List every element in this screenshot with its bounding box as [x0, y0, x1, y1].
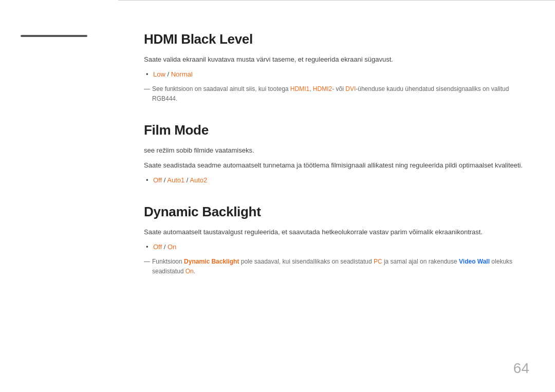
note-dynamic: Funktsioon Dynamic Backlight pole saadav…	[144, 257, 524, 276]
note-dynamic-text-2: pole saadaval, kui sisendallikaks on sea…	[239, 258, 374, 265]
bullet-list-film: Off / Auto1 / Auto2	[144, 175, 524, 186]
note-pc: PC	[374, 258, 382, 265]
note-dynamic-text-5: .	[194, 268, 195, 275]
bullet-sep3: /	[184, 176, 190, 184]
note-hdmi: See funktsioon on saadaval ainult siis, …	[144, 84, 524, 104]
bullet-list-hdmi: Low / Normal	[144, 69, 524, 80]
section-desc-hdmi: Saate valida ekraanil kuvatava musta vär…	[144, 54, 524, 65]
note-text-2: ,	[309, 85, 313, 92]
bullet-on-dynamic: On	[168, 243, 176, 251]
note-text-3: - või	[332, 85, 345, 92]
section-desc-dynamic: Saate automaatselt taustavalgust regulee…	[144, 227, 524, 238]
bullet-off-film: Off	[153, 176, 162, 184]
page-container: HDMI Black Level Saate valida ekraanil k…	[0, 0, 555, 392]
bullet-item-dynamic: Off / On	[144, 242, 524, 253]
section-film-mode: Film Mode see režiim sobib filmide vaata…	[144, 122, 524, 185]
section-title-dynamic: Dynamic Backlight	[144, 204, 524, 220]
section-title-hdmi: HDMI Black Level	[144, 31, 524, 47]
note-video-wall: Video Wall	[459, 258, 490, 265]
bullet-normal: Normal	[171, 70, 193, 78]
note-dynamic-text-3: ja samal ajal on rakenduse	[382, 258, 459, 265]
section-desc-film-1: see režiim sobib filmide vaatamiseks.	[144, 145, 524, 156]
note-hdmi1: HDMI1	[290, 85, 309, 92]
bullet-sep1: /	[165, 70, 171, 78]
bullet-sep2: /	[162, 176, 167, 184]
content-area: HDMI Black Level Saate valida ekraanil k…	[118, 0, 555, 392]
note-dynamic-backlight-label: Dynamic Backlight	[184, 258, 239, 265]
bullet-item-hdmi: Low / Normal	[144, 69, 524, 80]
note-on: On	[186, 268, 194, 275]
bullet-list-dynamic: Off / On	[144, 242, 524, 253]
note-dynamic-text-1: Funktsioon	[152, 258, 184, 265]
note-text-1: See funktsioon on saadaval ainult siis, …	[152, 85, 290, 92]
bullet-item-film: Off / Auto1 / Auto2	[144, 175, 524, 186]
note-dvi: DVI	[345, 85, 356, 92]
bullet-off-dynamic: Off	[153, 243, 162, 251]
section-title-film: Film Mode	[144, 122, 524, 138]
bullet-auto2: Auto2	[190, 176, 207, 184]
bullet-low: Low	[153, 70, 165, 78]
page-number: 64	[513, 360, 529, 377]
section-dynamic-backlight: Dynamic Backlight Saate automaatselt tau…	[144, 204, 524, 276]
bullet-auto1: Auto1	[167, 176, 184, 184]
left-sidebar	[0, 0, 118, 392]
section-hdmi-black-level: HDMI Black Level Saate valida ekraanil k…	[144, 31, 524, 104]
sidebar-bar	[21, 35, 87, 37]
section-desc-film-2: Saate seadistada seadme automaatselt tun…	[144, 160, 524, 171]
note-hdmi2: HDMI2	[313, 85, 332, 92]
bullet-sep4: /	[162, 243, 168, 251]
